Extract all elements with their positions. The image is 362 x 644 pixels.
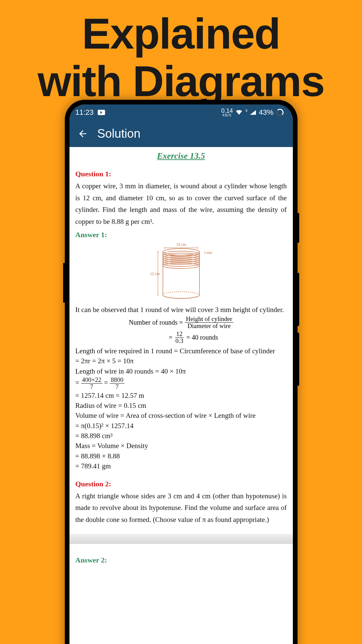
promo-headline: Explained with Diagrams xyxy=(0,0,362,108)
question2-text: A right triangle whose sides are 3 cm an… xyxy=(75,490,287,526)
q1-line-b6: = 88.898 × 8.88 xyxy=(75,451,287,461)
status-right: 0.14 KB/S x 43% xyxy=(221,108,283,117)
card-divider xyxy=(69,534,293,544)
q1-line-b0: = 1257.14 cm = 12.57 m xyxy=(75,391,287,400)
question2-label: Question 2: xyxy=(75,480,287,488)
q1-line-b4: = 88.898 cm³ xyxy=(75,431,287,440)
data-rate-unit: KB/S xyxy=(223,114,232,117)
q1-line-a0: Length of wire required in 1 round = Cir… xyxy=(75,346,287,356)
phone-side-button-voldown xyxy=(297,333,299,386)
status-left: 11:23 xyxy=(75,108,105,117)
signal-note: x xyxy=(245,108,247,113)
promo-line1: Explained xyxy=(7,10,355,58)
content-scroll[interactable]: Exercise 13.5 Question 1: A copper wire,… xyxy=(69,147,293,644)
q1-frac2: = 400×22 7 = 8800 7 xyxy=(75,377,287,390)
rounds-num1: Height of cylinder xyxy=(185,316,233,323)
app-bar: Solution xyxy=(69,120,293,147)
battery-icon xyxy=(276,109,284,116)
diagram-side-label: 12 cm xyxy=(150,271,160,276)
q1-line-b3: = π(0.15)² × 1257.14 xyxy=(75,421,287,430)
rounds-formula: Number of rounds = Height of cylinder Di… xyxy=(75,316,287,344)
diagram-wire-label: 3 mm xyxy=(204,250,212,254)
answer1-label: Answer 1: xyxy=(75,231,287,239)
status-time: 11:23 xyxy=(75,108,94,117)
q1-line-b2: Volume of wire = Area of cross-section o… xyxy=(75,411,287,420)
phone-frame: 11:23 0.14 KB/S x 43% Solutio xyxy=(65,100,298,644)
wifi-icon xyxy=(235,109,243,116)
q1-line-b7: = 789.41 gm xyxy=(75,461,287,471)
phone-screen: 11:23 0.14 KB/S x 43% Solutio xyxy=(69,104,293,644)
rounds-eq: = 40 rounds xyxy=(186,334,218,341)
rounds-num2: 12 xyxy=(175,331,183,338)
status-bar: 11:23 0.14 KB/S x 43% xyxy=(69,104,293,120)
q1-line-a2: Length of wire in 40 rounds = 40 × 10π xyxy=(75,367,287,376)
question1-label: Question 1: xyxy=(75,170,287,178)
q1-line-b1: Radius of wire = 0.15 cm xyxy=(75,401,287,410)
q1-line-a1: = 2πr = 2π × 5 = 10π xyxy=(75,356,287,366)
promo-line2: with Diagrams xyxy=(7,58,355,105)
rounds-lead: Number of rounds = xyxy=(129,319,183,326)
phone-side-button-left xyxy=(63,263,65,303)
app-bar-title: Solution xyxy=(97,127,141,141)
phone-side-button-power xyxy=(297,213,299,243)
rounds-den2: 0.3 xyxy=(175,338,184,344)
rounds-den1: Diameter of wire xyxy=(186,323,232,329)
q1-line-b5: Mass = Volume × Density xyxy=(75,441,287,450)
data-rate: 0.14 KB/S xyxy=(221,108,233,116)
exercise-title: Exercise 13.5 xyxy=(75,151,287,161)
signal-icon xyxy=(250,110,256,115)
youtube-icon xyxy=(98,110,105,115)
battery-percent: 43% xyxy=(259,108,273,117)
back-button[interactable] xyxy=(77,128,88,139)
data-rate-value: 0.14 xyxy=(221,108,233,113)
phone-side-button-volup xyxy=(297,273,299,326)
diagram-top-label: 10 cm xyxy=(176,242,186,247)
answer2-label: Answer 2: xyxy=(75,556,287,564)
cylinder-diagram: 10 cm xyxy=(75,242,287,302)
q1-observation: It can be observed that 1 round of wire … xyxy=(75,305,287,314)
question1-text: A copper wire, 3 mm in diameter, is woun… xyxy=(75,180,287,228)
